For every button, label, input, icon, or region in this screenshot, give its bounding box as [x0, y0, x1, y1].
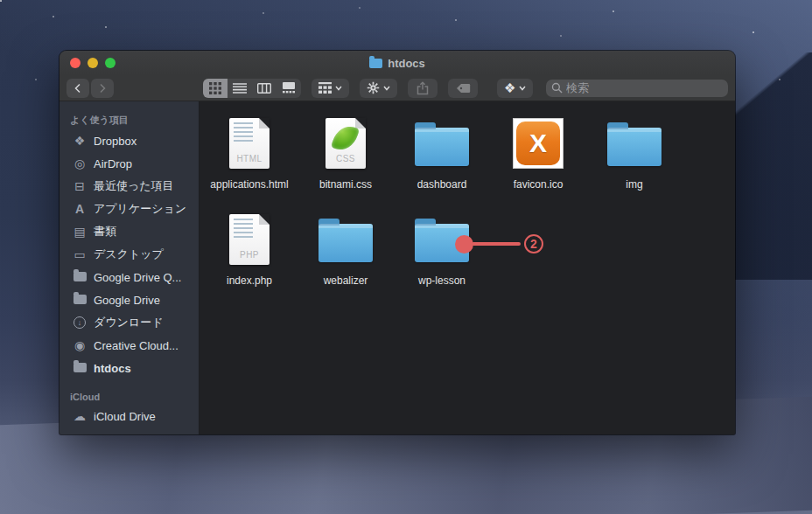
tag-icon	[456, 83, 471, 94]
list-view-button[interactable]	[228, 79, 252, 98]
desktop-wallpaper: htdocs	[0, 0, 812, 514]
file-applications-html[interactable]: HTML applications.html	[201, 112, 298, 203]
recents-icon: ⊟	[72, 180, 88, 192]
icloud-icon: ☁	[72, 410, 88, 422]
sidebar-item-recents[interactable]: ⊟ 最近使った項目	[60, 175, 199, 198]
downloads-icon: ↓	[72, 316, 88, 329]
sidebar-item-icloud-drive[interactable]: ☁ iCloud Drive	[60, 405, 199, 427]
folder-webalizer[interactable]: webalizer	[298, 208, 394, 299]
sidebar-item-google-drive-q[interactable]: Google Drive Q...	[60, 266, 199, 288]
sidebar-item-htdocs[interactable]: htdocs	[60, 357, 199, 379]
toolbar: ❖	[60, 75, 735, 101]
dropbox-icon: ❖	[72, 135, 88, 147]
file-index-php[interactable]: PHP index.php	[201, 208, 298, 299]
chevron-down-icon	[335, 86, 342, 91]
sidebar-section-favorites: よく使う項目	[60, 107, 199, 129]
documents-icon: ▤	[72, 226, 88, 238]
search-icon	[551, 82, 563, 94]
annotation-dot	[455, 235, 473, 254]
gallery-view-button[interactable]	[276, 79, 301, 98]
action-menu-button[interactable]	[360, 79, 397, 98]
zoom-button[interactable]	[105, 58, 116, 68]
folder-icon	[72, 362, 88, 374]
file-name: index.php	[227, 274, 272, 287]
back-button[interactable]	[66, 79, 89, 98]
search-field[interactable]	[546, 80, 728, 97]
annotation-line	[472, 242, 521, 246]
annotation-number-badge: 2	[524, 234, 543, 254]
leaf-graphic	[331, 122, 360, 154]
folder-icon	[318, 224, 373, 262]
wallpaper-stars	[0, 0, 2, 2]
group-by-button[interactable]	[312, 79, 349, 98]
sidebar-item-documents[interactable]: ▤ 書類	[60, 220, 199, 243]
file-name: webalizer	[324, 274, 368, 287]
php-file-icon: PHP	[229, 214, 270, 265]
sidebar-item-dropbox[interactable]: ❖ Dropbox	[60, 129, 199, 152]
file-grid: HTML applications.html CSS bitnami.css	[200, 101, 735, 434]
desktop-icon: ▭	[72, 248, 88, 260]
folder-dashboard[interactable]: dashboard	[394, 112, 490, 203]
tag-button[interactable]	[448, 79, 478, 98]
close-button[interactable]	[70, 58, 80, 68]
sidebar-item-airdrop[interactable]: ◎ AirDrop	[60, 152, 199, 175]
share-button[interactable]	[408, 79, 438, 98]
folder-icon	[415, 128, 469, 166]
file-name: img	[626, 178, 642, 191]
view-mode-segmented-control	[203, 79, 301, 98]
file-name: wp-lesson	[418, 274, 466, 287]
icon-view-button[interactable]	[203, 79, 228, 98]
folder-icon	[607, 128, 662, 166]
file-name: favicon.ico	[514, 178, 564, 191]
window-title: htdocs	[369, 57, 425, 70]
chevron-down-icon	[519, 86, 526, 91]
xampp-icon: X	[513, 118, 564, 169]
folder-icon	[72, 294, 88, 306]
sidebar: よく使う項目 ❖ Dropbox ◎ AirDrop ⊟ 最近使った項目 A ア…	[60, 101, 200, 434]
folder-wp-lesson[interactable]: wp-lesson 2	[394, 208, 490, 299]
dropbox-menu-button[interactable]: ❖	[497, 79, 533, 98]
dropbox-icon: ❖	[504, 81, 515, 94]
folder-icon	[72, 271, 88, 283]
sidebar-item-desktop[interactable]: ▭ デスクトップ	[60, 243, 199, 266]
forward-button[interactable]	[91, 79, 114, 98]
applications-icon: A	[72, 203, 88, 215]
minimize-button[interactable]	[88, 58, 98, 68]
sidebar-section-icloud: iCloud	[60, 385, 199, 405]
sidebar-item-google-drive[interactable]: Google Drive	[60, 288, 199, 311]
creative-cloud-icon: ◉	[72, 339, 88, 351]
sidebar-item-applications[interactable]: A アプリケーション	[60, 198, 199, 220]
airdrop-icon: ◎	[72, 157, 88, 170]
file-bitnami-css[interactable]: CSS bitnami.css	[298, 112, 394, 203]
css-file-icon: CSS	[326, 118, 366, 169]
sidebar-item-downloads[interactable]: ↓ ダウンロード	[60, 311, 199, 334]
column-view-button[interactable]	[252, 79, 276, 98]
share-icon	[416, 81, 429, 95]
folder-img[interactable]: img	[586, 112, 682, 203]
sidebar-section-locations: 場所	[60, 431, 199, 434]
chevron-down-icon	[383, 86, 390, 91]
sidebar-item-creative-cloud[interactable]: ◉ Creative Cloud...	[60, 334, 199, 357]
annotation-step-2: 2	[455, 234, 543, 254]
html-file-icon: HTML	[229, 118, 270, 169]
gear-icon	[367, 81, 380, 94]
file-name: dashboard	[417, 178, 467, 191]
file-name: bitnami.css	[319, 178, 372, 191]
window-title-text: htdocs	[388, 57, 425, 70]
file-name: applications.html	[210, 178, 288, 191]
folder-icon	[369, 59, 382, 68]
title-bar[interactable]: htdocs	[60, 51, 735, 75]
traffic-lights	[70, 58, 116, 68]
finder-window: htdocs	[60, 51, 735, 434]
search-input[interactable]	[566, 81, 723, 94]
file-favicon-ico[interactable]: X favicon.ico	[490, 112, 586, 203]
